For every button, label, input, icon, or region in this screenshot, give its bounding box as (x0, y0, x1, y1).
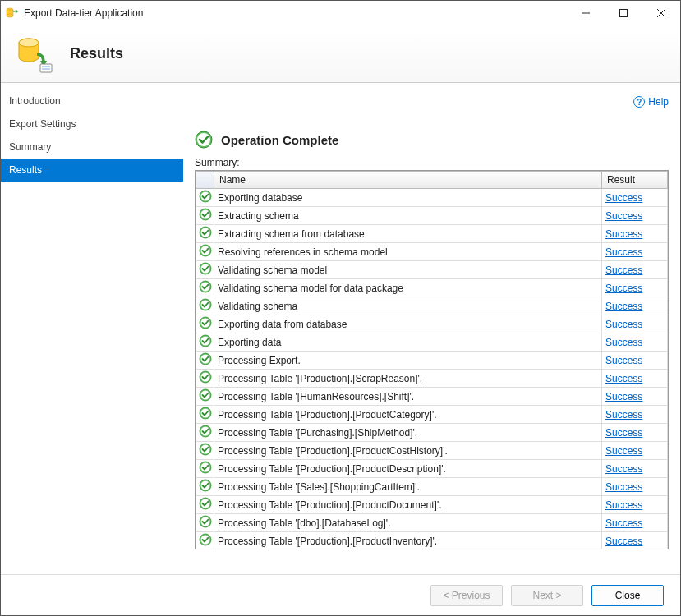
titlebar[interactable]: Export Data-tier Application (1, 1, 680, 25)
result-link[interactable]: Success (605, 409, 642, 421)
result-link[interactable]: Success (605, 264, 642, 276)
success-icon (196, 279, 214, 297)
sidebar-item-summary[interactable]: Summary (1, 136, 183, 159)
wizard-footer: < Previous Next > Close (1, 574, 680, 615)
table-row[interactable]: Processing Table '[HumanResources].[Shif… (196, 388, 668, 406)
result-link[interactable]: Success (605, 192, 642, 204)
result-cell: Success (602, 225, 668, 243)
operation-name: Validating schema model (214, 261, 602, 279)
table-row[interactable]: Processing Table '[Production].[ProductI… (196, 532, 668, 549)
wizard-content: ? Help Operation Complete Summary: (183, 83, 680, 574)
result-link[interactable]: Success (605, 283, 642, 294)
table-row[interactable]: Processing Table '[Purchasing].[ShipMeth… (196, 424, 668, 442)
success-icon (196, 315, 214, 333)
operation-name: Processing Table '[Production].[ProductC… (214, 406, 602, 424)
success-icon (195, 131, 213, 149)
result-cell: Success (602, 333, 668, 352)
success-icon (196, 496, 214, 514)
table-row[interactable]: Processing Table '[Sales].[ShoppingCartI… (196, 478, 668, 496)
operation-name: Extracting schema from database (214, 225, 602, 243)
operation-name: Extracting schema (214, 207, 602, 225)
table-row[interactable]: Processing Table '[Production].[ProductC… (196, 406, 668, 424)
result-cell: Success (602, 442, 668, 460)
table-row[interactable]: Processing Table '[Production].[ProductD… (196, 496, 668, 514)
operation-name: Processing Table '[Production].[ProductC… (214, 442, 602, 460)
result-cell: Success (602, 460, 668, 478)
result-cell: Success (602, 532, 668, 549)
summary-grid-scroller[interactable]: Name Result Exporting databaseSuccessExt… (196, 171, 668, 549)
result-cell: Success (602, 388, 668, 406)
result-link[interactable]: Success (605, 301, 642, 312)
close-window-button[interactable] (642, 1, 680, 25)
table-row[interactable]: Processing Table '[Production].[ProductD… (196, 460, 668, 478)
table-row[interactable]: Processing Table '[dbo].[DatabaseLog]'.S… (196, 514, 668, 532)
result-link[interactable]: Success (605, 391, 642, 402)
close-button[interactable]: Close (591, 585, 664, 606)
operation-name: Processing Table '[dbo].[DatabaseLog]'. (214, 514, 602, 532)
operation-name: Processing Table '[Production].[ScrapRea… (214, 370, 602, 388)
result-cell: Success (602, 352, 668, 370)
wizard-header: Results (1, 25, 680, 83)
result-cell: Success (602, 261, 668, 279)
svg-point-8 (19, 39, 39, 47)
table-row[interactable]: Exporting data from databaseSuccess (196, 315, 668, 333)
result-link[interactable]: Success (605, 445, 642, 457)
table-row[interactable]: Validating schema model for data package… (196, 279, 668, 297)
success-icon (196, 225, 214, 243)
table-row[interactable]: Extracting schema from databaseSuccess (196, 225, 668, 243)
result-link[interactable]: Success (605, 499, 642, 511)
success-icon (196, 478, 214, 496)
success-icon (196, 352, 214, 370)
success-icon (196, 207, 214, 225)
result-cell: Success (602, 189, 668, 207)
operation-name: Processing Table '[Sales].[ShoppingCartI… (214, 478, 602, 496)
success-icon (196, 261, 214, 279)
result-link[interactable]: Success (605, 210, 642, 222)
result-link[interactable]: Success (605, 228, 642, 240)
table-row[interactable]: Processing Table '[Production].[ScrapRea… (196, 370, 668, 388)
database-export-icon (16, 34, 55, 74)
help-link[interactable]: ? Help (633, 96, 669, 108)
sidebar-item-introduction[interactable]: Introduction (1, 90, 183, 113)
result-link[interactable]: Success (605, 319, 642, 330)
table-row[interactable]: Extracting schemaSuccess (196, 207, 668, 225)
operation-name: Resolving references in schema model (214, 243, 602, 261)
result-cell: Success (602, 243, 668, 261)
help-label: Help (648, 96, 669, 108)
result-link[interactable]: Success (605, 337, 642, 348)
result-link[interactable]: Success (605, 246, 642, 258)
result-link[interactable]: Success (605, 536, 642, 547)
result-cell: Success (602, 279, 668, 297)
maximize-button[interactable] (605, 1, 642, 25)
table-row[interactable]: Processing Table '[Production].[ProductC… (196, 442, 668, 460)
operation-name: Exporting data from database (214, 315, 602, 333)
result-link[interactable]: Success (605, 355, 642, 366)
summary-grid: Name Result Exporting databaseSuccessExt… (195, 170, 669, 549)
sidebar-item-results[interactable]: Results (1, 159, 183, 182)
table-row[interactable]: Resolving references in schema modelSucc… (196, 243, 668, 261)
svg-rect-4 (620, 9, 628, 16)
minimize-button[interactable] (567, 1, 605, 25)
success-icon (196, 370, 214, 388)
table-row[interactable]: Exporting dataSuccess (196, 333, 668, 352)
result-cell: Success (602, 297, 668, 315)
result-link[interactable]: Success (605, 373, 642, 384)
success-icon (196, 514, 214, 532)
result-link[interactable]: Success (605, 463, 642, 475)
sidebar-item-export-settings[interactable]: Export Settings (1, 113, 183, 136)
table-header-row: Name Result (196, 172, 668, 189)
result-cell: Success (602, 424, 668, 442)
table-row[interactable]: Validating schemaSuccess (196, 297, 668, 315)
column-header-name[interactable]: Name (214, 172, 602, 189)
result-link[interactable]: Success (605, 427, 642, 439)
operation-name: Processing Table '[Production].[ProductI… (214, 532, 602, 549)
table-row[interactable]: Validating schema modelSuccess (196, 261, 668, 279)
operation-name: Processing Table '[HumanResources].[Shif… (214, 388, 602, 406)
column-header-icon[interactable] (196, 172, 214, 189)
table-row[interactable]: Exporting databaseSuccess (196, 189, 668, 207)
operation-name: Processing Table '[Purchasing].[ShipMeth… (214, 424, 602, 442)
table-row[interactable]: Processing Export.Success (196, 352, 668, 370)
result-link[interactable]: Success (605, 481, 642, 493)
column-header-result[interactable]: Result (602, 172, 668, 189)
result-link[interactable]: Success (605, 517, 642, 529)
